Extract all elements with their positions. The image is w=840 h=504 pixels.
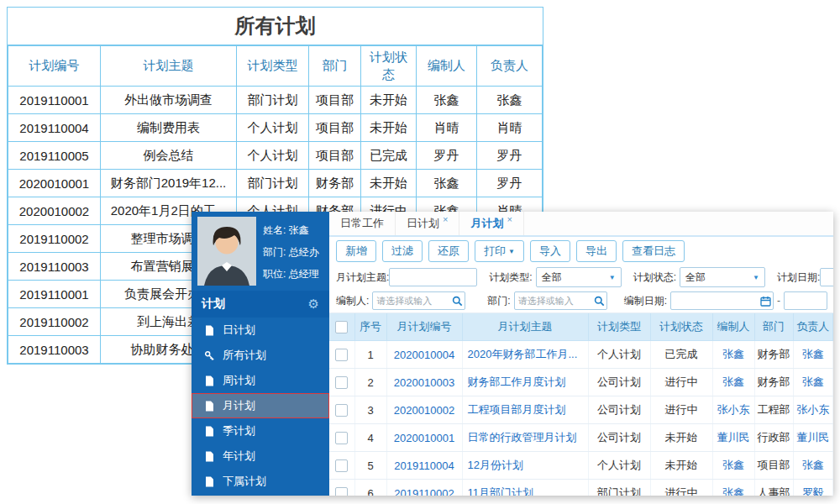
plan-row: 5201911000412月份计划个人计划未开始张鑫项目部张鑫	[329, 452, 833, 480]
close-icon[interactable]: ×	[507, 214, 512, 224]
table-cell: 个人计划	[237, 142, 309, 170]
table-cell: 2020010002	[8, 197, 101, 225]
table-cell: 公司计划	[588, 369, 650, 396]
compile-date-end-input[interactable]	[784, 291, 827, 310]
filter-button[interactable]: 过滤	[382, 240, 423, 262]
cell-link[interactable]: 12月份计划	[468, 459, 523, 471]
plan-type-select[interactable]: 全部 ▼	[536, 267, 622, 287]
table-cell: 张鑫	[793, 369, 833, 396]
table-cell: 2020年财务部工作月...	[462, 341, 588, 369]
cell-link[interactable]: 2019110002	[394, 487, 454, 496]
table-cell: 张鑫	[477, 87, 543, 114]
sidebar-item-month-plan[interactable]: 月计划	[192, 393, 329, 418]
plan-date-start-input[interactable]	[820, 268, 833, 286]
tab-day-plan[interactable]: 日计划 ×	[396, 212, 459, 235]
tab-label: 日常工作	[340, 216, 384, 231]
import-button[interactable]: 导入	[530, 240, 570, 262]
cell-link[interactable]: 日常的行政管理月计划	[468, 431, 577, 444]
cell-link[interactable]: 张鑫	[722, 486, 744, 496]
subject-input[interactable]	[389, 268, 477, 286]
table-cell: 已完成	[650, 341, 712, 369]
select-all-checkbox[interactable]	[335, 321, 348, 333]
search-icon[interactable]	[594, 296, 605, 307]
plan-table-area: 序号 月计划编号 月计划主题 计划类型 计划状态 编制人 部门 负责人 1202…	[329, 312, 833, 496]
sidebar-item-day-plan[interactable]: 日计划	[192, 318, 329, 343]
table-cell: 2020010001	[8, 170, 101, 197]
gear-icon[interactable]: ⚙	[308, 297, 319, 312]
table-cell: 罗丹	[477, 142, 543, 170]
plan-status-select[interactable]: 全部 ▼	[680, 267, 765, 287]
cell-link[interactable]: 2020010003	[394, 376, 454, 389]
column-header: 序号	[354, 313, 386, 341]
export-button[interactable]: 导出	[576, 240, 617, 262]
checkbox-cell	[329, 480, 354, 496]
cell-link[interactable]: 董川民	[717, 431, 750, 444]
table-cell: 未开始	[361, 87, 417, 114]
cell-link[interactable]: 张鑫	[722, 375, 744, 388]
table-cell: 6	[354, 480, 386, 496]
cell-link[interactable]: 张鑫	[722, 459, 744, 471]
add-button[interactable]: 新增	[336, 240, 376, 262]
table-cell: 未开始	[361, 114, 417, 142]
cell-link[interactable]: 董川民	[796, 431, 829, 444]
button-label: 导出	[585, 244, 607, 259]
row-checkbox[interactable]	[335, 459, 348, 472]
sidebar-item-subordinate-plan[interactable]: 下属计划	[192, 469, 329, 494]
table-cell: 张鑫	[712, 341, 754, 369]
sidebar-item-all-plans[interactable]: 所有计划	[192, 343, 329, 368]
sidebar: 姓名: 张鑫 部门: 总经办 职位: 总经理 计划 ⚙ 日计划 所有计划 周计划…	[192, 212, 329, 496]
table-header-row: 计划编号 计划主题 计划类型 部门 计划状态 编制人 负责人	[8, 46, 543, 87]
close-icon[interactable]: ×	[443, 214, 448, 224]
cell-link[interactable]: 2020010004	[394, 349, 454, 361]
cell-link[interactable]: 财务部工作月度计划	[468, 375, 566, 388]
cell-link[interactable]: 11月部门计划	[468, 486, 534, 496]
row-checkbox[interactable]	[335, 376, 348, 389]
row-checkbox[interactable]	[335, 404, 348, 417]
table-cell: 未开始	[650, 424, 712, 452]
search-icon[interactable]	[452, 296, 463, 307]
sidebar-item-year-plan[interactable]: 年计划	[192, 444, 329, 469]
table-cell: 张鑫	[712, 369, 754, 396]
reset-button[interactable]: 还原	[428, 240, 469, 262]
compile-date-start-input[interactable]	[670, 291, 774, 310]
print-button[interactable]: 打印▼	[475, 240, 524, 262]
tab-daily-work[interactable]: 日常工作	[329, 212, 396, 235]
cell-link[interactable]: 2020年财务部工作月...	[468, 348, 578, 360]
checkbox-cell	[329, 424, 354, 452]
cell-link[interactable]: 张小东	[717, 403, 750, 416]
calendar-icon[interactable]	[760, 296, 771, 307]
profile-card: 姓名: 张鑫 部门: 总经办 职位: 总经理	[192, 212, 329, 291]
date-range-separator: -	[777, 295, 780, 307]
row-checkbox[interactable]	[335, 432, 348, 444]
cell-link[interactable]: 张鑫	[802, 459, 824, 471]
table-cell: 5	[354, 452, 386, 480]
cell-link[interactable]: 张鑫	[802, 348, 824, 360]
cell-link[interactable]: 张鑫	[802, 375, 824, 388]
table-cell: 肖晴	[477, 114, 543, 142]
table-cell: 张小东	[793, 396, 833, 424]
cell-link[interactable]: 工程项目部月度计划	[468, 403, 566, 416]
column-header: 编制人	[417, 46, 477, 87]
cell-link[interactable]: 罗毅	[802, 486, 824, 496]
cell-link[interactable]: 张小东	[796, 403, 829, 416]
tab-month-plan[interactable]: 月计划 ×	[459, 212, 523, 235]
filter-row-2: 编制人: 部门: 编制日期: -	[329, 289, 833, 312]
cell-link[interactable]: 张鑫	[722, 348, 744, 360]
row-checkbox[interactable]	[335, 349, 348, 361]
view-log-button[interactable]: 查看日志	[622, 240, 685, 262]
table-cell: 日常的行政管理月计划	[462, 424, 588, 452]
plan-row: 6201911000211月部门计划部门计划进行中张鑫人事部罗毅	[329, 480, 833, 496]
cell-link[interactable]: 2019110004	[394, 459, 454, 472]
app-window: 姓名: 张鑫 部门: 总经办 职位: 总经理 计划 ⚙ 日计划 所有计划 周计划…	[192, 212, 833, 496]
table-cell: 财务部	[309, 170, 361, 197]
table-cell: 财务部	[754, 341, 793, 369]
row-checkbox[interactable]	[335, 487, 348, 496]
table-cell: 公司计划	[588, 396, 650, 424]
sidebar-item-week-plan[interactable]: 周计划	[192, 368, 329, 393]
cell-link[interactable]: 2020010002	[394, 404, 454, 417]
table-cell: 2019110001	[8, 281, 101, 308]
table-cell: 2020010002	[386, 396, 462, 424]
button-label: 查看日志	[632, 244, 675, 259]
sidebar-item-quarter-plan[interactable]: 季计划	[192, 418, 329, 444]
cell-link[interactable]: 2020010001	[394, 432, 454, 444]
